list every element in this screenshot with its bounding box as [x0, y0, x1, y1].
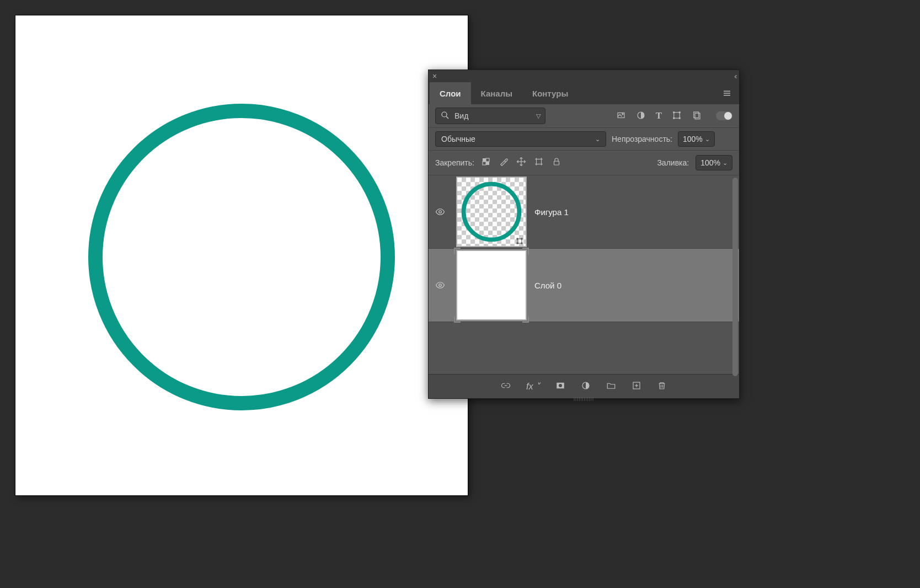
panel-collapse-button[interactable]: ‹‹ — [734, 70, 736, 82]
svg-point-7 — [622, 113, 623, 114]
panel-tabs: Слои Каналы Контуры — [429, 82, 739, 104]
svg-rect-14 — [694, 112, 699, 118]
fill-input[interactable]: 100% ⌄ — [696, 155, 732, 170]
filter-type-icon[interactable]: T — [656, 110, 662, 121]
svg-rect-38 — [521, 243, 522, 244]
chevron-down-icon: ⌄ — [723, 159, 728, 167]
tab-layers[interactable]: Слои — [430, 82, 471, 104]
svg-rect-11 — [679, 111, 681, 113]
svg-rect-36 — [521, 238, 522, 239]
search-icon — [440, 110, 450, 122]
svg-rect-12 — [673, 117, 675, 119]
svg-point-41 — [559, 384, 562, 387]
svg-rect-22 — [536, 159, 541, 164]
tab-channels[interactable]: Каналы — [471, 82, 522, 104]
panel-footer: fx ˅ — [429, 374, 739, 398]
chevron-down-icon: ▽ — [536, 113, 541, 120]
svg-rect-13 — [679, 117, 681, 119]
layer-row[interactable]: Фигура 1 — [429, 175, 739, 249]
new-layer-button[interactable] — [632, 381, 641, 392]
svg-point-32 — [439, 211, 442, 213]
svg-point-4 — [442, 112, 447, 117]
filter-adjustment-icon[interactable] — [636, 110, 646, 122]
filter-row: Вид ▽ T — [429, 104, 739, 127]
thumbnail-shape — [457, 178, 526, 246]
svg-rect-15 — [695, 113, 700, 119]
layer-name[interactable]: Слой 0 — [534, 281, 561, 290]
layer-kind-label: Вид — [454, 111, 532, 120]
delete-layer-button[interactable] — [657, 381, 667, 392]
svg-rect-31 — [554, 161, 559, 165]
filter-pixel-icon[interactable] — [616, 110, 626, 122]
layer-thumbnail[interactable] — [456, 177, 527, 247]
lock-all-icon[interactable] — [552, 157, 561, 169]
tab-paths[interactable]: Контуры — [522, 82, 578, 104]
svg-rect-19 — [483, 162, 486, 165]
svg-line-5 — [446, 116, 448, 119]
panel-close-button[interactable]: × — [429, 70, 441, 82]
svg-rect-9 — [674, 112, 680, 118]
svg-point-0 — [95, 111, 388, 403]
layers-list: Фигура 1 Слой 0 — [429, 175, 739, 374]
blend-mode-label: Обычные — [441, 135, 595, 143]
lock-position-icon[interactable] — [516, 157, 526, 169]
svg-point-39 — [439, 284, 442, 287]
lock-row: Закрепить: Заливка: 100% ⌄ — [429, 151, 739, 175]
opacity-value: 100% — [683, 135, 703, 143]
lock-artboard-icon[interactable] — [534, 157, 544, 169]
svg-rect-35 — [517, 238, 518, 239]
layer-visibility-toggle[interactable] — [432, 207, 448, 217]
add-mask-button[interactable] — [555, 381, 565, 392]
filter-shape-icon[interactable] — [672, 110, 682, 122]
svg-rect-17 — [486, 162, 489, 165]
filter-icons: T — [616, 110, 732, 122]
layer-kind-filter[interactable]: Вид ▽ — [435, 108, 545, 124]
layer-row[interactable]: Слой 0 — [429, 249, 739, 322]
blend-mode-dropdown[interactable]: Обычные ⌄ — [435, 131, 606, 147]
chevron-down-icon: ⌄ — [595, 136, 600, 143]
eye-icon — [435, 207, 445, 217]
svg-rect-18 — [486, 158, 489, 162]
layer-visibility-toggle[interactable] — [432, 280, 448, 290]
chevron-down-icon: ⌄ — [705, 136, 710, 143]
scrollbar-thumb[interactable] — [732, 178, 738, 376]
filter-toggle[interactable] — [716, 111, 732, 120]
hamburger-icon — [722, 88, 732, 98]
opacity-label: Непрозрачность: — [612, 135, 672, 143]
lock-paint-icon[interactable] — [499, 157, 509, 169]
lock-transparency-icon[interactable] — [481, 157, 491, 169]
layers-scrollbar[interactable] — [732, 178, 738, 372]
lock-label: Закрепить: — [435, 158, 474, 167]
blend-row: Обычные ⌄ Непрозрачность: 100% ⌄ — [429, 127, 739, 151]
layer-thumbnail[interactable] — [456, 250, 527, 320]
panel-header: × ‹‹ — [429, 70, 739, 82]
filter-smartobject-icon[interactable] — [692, 110, 702, 122]
eye-icon — [435, 280, 445, 290]
panel-menu-button[interactable] — [719, 82, 735, 104]
adjustment-layer-button[interactable] — [581, 381, 591, 392]
svg-rect-10 — [673, 111, 675, 113]
fill-value: 100% — [700, 158, 720, 167]
fill-label: Заливка: — [657, 158, 689, 167]
group-layers-button[interactable] — [606, 381, 616, 392]
document-canvas[interactable] — [15, 15, 468, 495]
shape-badge-icon — [515, 237, 525, 245]
svg-point-33 — [464, 184, 520, 240]
layers-panel: × ‹‹ Слои Каналы Контуры Вид ▽ — [428, 70, 740, 399]
link-layers-button[interactable] — [501, 381, 511, 392]
layer-name[interactable]: Фигура 1 — [534, 207, 569, 217]
panel-resize-grip[interactable]: |||||||||||| — [565, 396, 603, 399]
opacity-input[interactable]: 100% ⌄ — [678, 131, 715, 147]
layer-effects-button[interactable]: fx ˅ — [526, 381, 540, 392]
canvas-content — [15, 15, 468, 495]
svg-rect-37 — [517, 243, 518, 244]
svg-rect-16 — [483, 158, 486, 162]
